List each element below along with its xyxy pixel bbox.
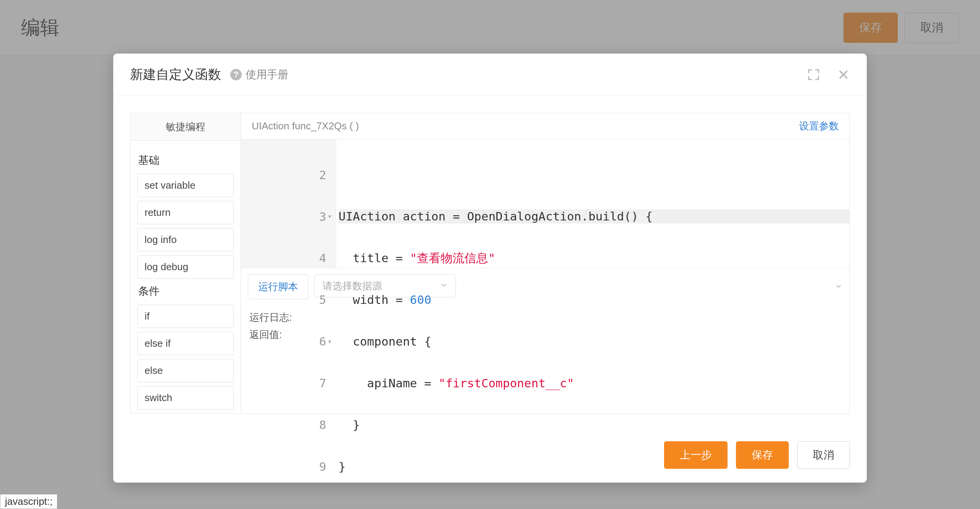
sidebar-group-basic: 基础 <box>138 153 234 168</box>
sidebar: 敏捷编程 基础 set variable return log info log… <box>130 113 241 414</box>
fullscreen-icon[interactable] <box>807 68 820 81</box>
sidebar-item-log-debug[interactable]: log debug <box>137 255 234 279</box>
sidebar-item-else[interactable]: else <box>137 359 234 382</box>
return-label: 返回值: <box>249 328 841 341</box>
datasource-select[interactable]: 请选择数据源 <box>314 274 456 297</box>
sidebar-item-switch[interactable]: switch <box>137 386 234 409</box>
datasource-placeholder: 请选择数据源 <box>322 279 382 293</box>
log-label: 运行日志: <box>249 311 841 324</box>
prev-step-button[interactable]: 上一步 <box>664 441 728 469</box>
modal-title: 新建自定义函数 <box>130 66 221 83</box>
editor-gutter: 2 3▾ 4 5 6▾ 7 8 9 10 <box>241 139 336 268</box>
editor-main: UIAction func_7X2Qs ( ) 设置参数 2 3▾ 4 5 6▾… <box>241 113 850 414</box>
function-signature: UIAction func_7X2Qs ( ) <box>252 120 359 132</box>
modal-overlay: 新建自定义函数 ? 使用手册 <box>0 0 980 509</box>
help-link[interactable]: ? 使用手册 <box>230 67 288 82</box>
chevron-down-icon <box>440 280 448 292</box>
sidebar-item-log-info[interactable]: log info <box>137 228 234 251</box>
modal: 新建自定义函数 ? 使用手册 <box>113 54 867 483</box>
status-bar: javascript:; <box>0 494 57 509</box>
sidebar-tab[interactable]: 敏捷编程 <box>130 113 241 141</box>
code-editor[interactable]: 2 3▾ 4 5 6▾ 7 8 9 10 UIAction action = O… <box>241 139 850 268</box>
help-icon: ? <box>230 69 242 80</box>
sidebar-item-return[interactable]: return <box>137 201 234 224</box>
code-area[interactable]: UIAction action = OpenDialogAction.build… <box>336 139 850 268</box>
sidebar-item-if[interactable]: if <box>137 305 234 328</box>
sidebar-item-else-if[interactable]: else if <box>137 332 234 355</box>
sidebar-item-set-variable[interactable]: set variable <box>137 174 234 197</box>
help-label: 使用手册 <box>246 67 288 82</box>
sidebar-group-cond: 条件 <box>138 284 234 299</box>
cancel-button[interactable]: 取消 <box>797 441 850 469</box>
run-script-button[interactable]: 运行脚本 <box>248 274 308 299</box>
close-icon[interactable] <box>837 68 850 81</box>
save-button[interactable]: 保存 <box>736 441 789 469</box>
set-params-link[interactable]: 设置参数 <box>799 119 839 133</box>
collapse-chevron-icon[interactable] <box>834 282 843 292</box>
